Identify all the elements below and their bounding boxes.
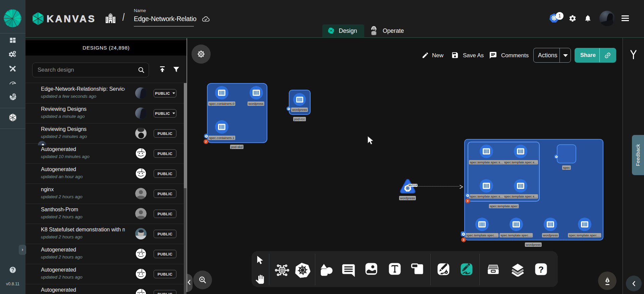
svg-text:?: ? — [538, 265, 544, 275]
